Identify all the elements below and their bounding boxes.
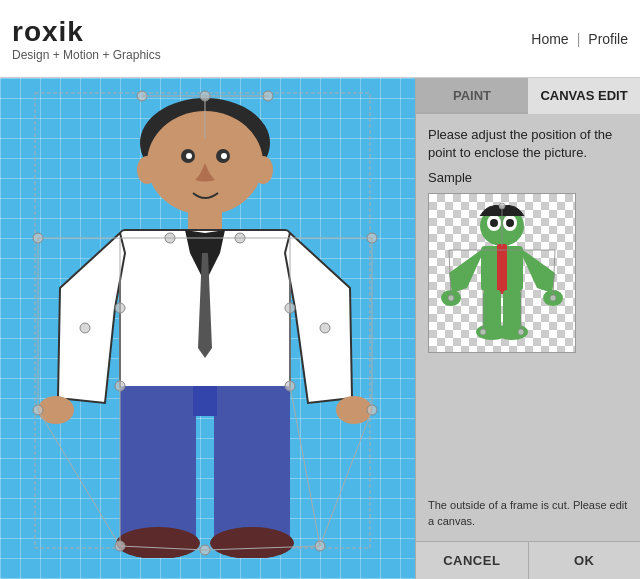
svg-point-69	[499, 203, 505, 209]
ok-button[interactable]: OK	[529, 542, 641, 579]
svg-point-8	[253, 156, 273, 184]
svg-point-72	[480, 329, 486, 335]
svg-point-53	[490, 219, 498, 227]
character-figure	[30, 88, 380, 558]
svg-point-70	[448, 295, 454, 301]
svg-line-42	[38, 410, 120, 546]
svg-line-49	[290, 386, 320, 546]
instruction-text: Please adjust the position of the point …	[428, 126, 628, 162]
tabs: PAINT CANVAS EDIT	[416, 78, 640, 114]
nav-separator: |	[577, 31, 581, 47]
navigation: Home | Profile	[531, 31, 628, 47]
svg-point-34	[80, 323, 90, 333]
header: roxik Design + Motion + Graphics Home | …	[0, 0, 640, 78]
svg-rect-11	[120, 386, 196, 541]
footer-text: The outside of a frame is cut. Please ed…	[428, 498, 628, 529]
panel-content: Please adjust the position of the point …	[416, 114, 640, 541]
sample-label: Sample	[428, 170, 628, 185]
nav-home-link[interactable]: Home	[531, 31, 568, 47]
canvas-area[interactable]	[0, 78, 415, 579]
sample-preview	[428, 193, 576, 353]
svg-point-35	[320, 323, 330, 333]
svg-rect-13	[193, 386, 217, 416]
character-svg	[30, 88, 380, 558]
nav-profile-link[interactable]: Profile	[588, 31, 628, 47]
svg-point-7	[137, 156, 157, 184]
svg-point-5	[186, 153, 192, 159]
svg-point-73	[518, 329, 524, 335]
cancel-button[interactable]: CANCEL	[416, 542, 529, 579]
button-row: CANCEL OK	[416, 541, 640, 579]
svg-point-54	[506, 219, 514, 227]
svg-line-43	[320, 410, 372, 546]
svg-point-6	[221, 153, 227, 159]
main-content: PAINT CANVAS EDIT Please adjust the posi…	[0, 78, 640, 579]
tagline: Design + Motion + Graphics	[12, 48, 161, 62]
logo: roxik	[12, 16, 161, 48]
branding: roxik Design + Motion + Graphics	[12, 16, 161, 62]
tab-paint[interactable]: PAINT	[416, 78, 528, 114]
right-panel: PAINT CANVAS EDIT Please adjust the posi…	[415, 78, 640, 579]
svg-point-71	[550, 295, 556, 301]
svg-rect-12	[214, 386, 290, 541]
svg-point-14	[116, 527, 200, 558]
svg-point-15	[210, 527, 294, 558]
tab-canvas-edit[interactable]: CANVAS EDIT	[528, 78, 640, 114]
sample-character-svg	[437, 198, 567, 348]
svg-rect-56	[497, 244, 507, 294]
